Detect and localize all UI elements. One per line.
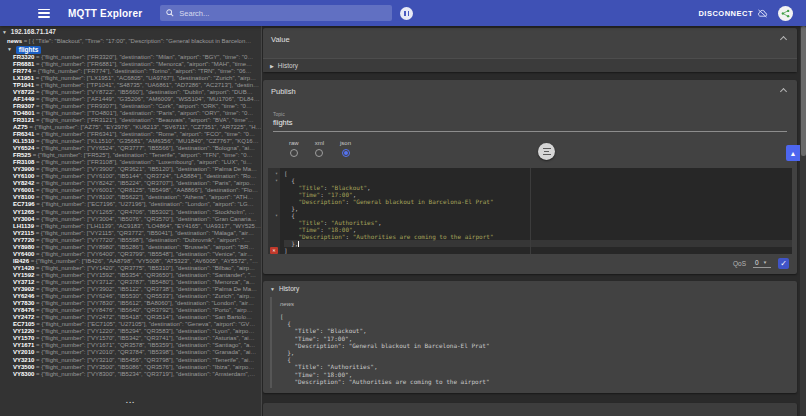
tree-node-VY3900[interactable]: VY3900 = {"flight_number": ["VY3900", "Q… [0,166,261,173]
text-cursor [298,241,299,247]
print-margin-line [530,168,531,254]
tree-node-VY2472[interactable]: VY2472 = {"flight_number": ["VY2472", "I… [0,314,261,321]
tree-node-VY3712[interactable]: VY3712 = {"flight_number": ["VY3712", "Q… [0,279,261,286]
tree-node-VY6246[interactable]: VY6246 = {"flight_number": ["VY6246", "I… [0,293,261,300]
tree-node-news[interactable]: news = [ { "Title": "Blackout", "Time": … [0,37,261,45]
editor-line[interactable]: }, [284,240,792,247]
qos-select[interactable]: 0 ▼ [753,259,771,268]
tree-node-FR3121[interactable]: FR3121 = {"flight_number": ["FR3121"], "… [0,117,261,124]
editor-line[interactable]: [ [284,170,792,177]
editor-code[interactable]: [ { "Title": "Blackout", "Time": "17:00"… [280,168,792,254]
tree-node-host[interactable]: ▼ 192.168.71.147 [0,28,261,37]
editor-line[interactable]: { [284,212,792,219]
tree-node-VY8100[interactable]: VY8100 = {"flight_number": ["VY8100", "I… [0,194,261,201]
topic-input[interactable]: flights [273,118,787,132]
tree-node-VY1570[interactable]: VY1570 = {"flight_number": ["VY1570", "I… [0,335,261,342]
tree-node-VY6400[interactable]: VY6400 = {"flight_number": ["VY6400", "Q… [0,251,261,258]
tree-node-VY1420[interactable]: VY1420 = {"flight_number": ["VY1420", "Q… [0,265,261,272]
payload-editor[interactable]: ▾▾▾✕ [ { "Title": "Blackout", "Time": "1… [268,168,792,254]
tree-node-VY1671[interactable]: VY1671 = {"flight_number": ["VY1671", "Q… [0,342,261,349]
tree-more-indicator: ... [0,396,261,405]
tree-node-VY7720[interactable]: VY7720 = {"flight_number": ["VY7720", "I… [0,237,261,244]
editor-line[interactable]: "Title": "Blackout", [284,184,792,191]
retain-checkbox[interactable]: ✓ [778,258,789,269]
tree-node-flights[interactable]: ▼ flights [0,45,261,54]
tree-node-AF1449[interactable]: AF1449 = {"flight_number": ["AF1449", "G… [0,96,261,103]
value-history-accordion[interactable]: ▶ History [263,58,797,72]
qos-label: QoS [733,260,746,267]
format-radio-raw[interactable]: raw [289,140,299,157]
value-panel-title: Value [263,28,797,44]
tree-node-EC7196[interactable]: EC7196 = {"flight_number": ["EC7196", "U… [0,201,261,208]
collapse-caret-icon[interactable]: ▼ [2,29,7,35]
editor-line[interactable]: "Description": "General blackout in Barc… [284,198,792,205]
editor-line[interactable]: "Time": "18:00", [284,226,792,233]
tree-node-FR9307[interactable]: FR9307 = {"flight_number": ["FR9307"], "… [0,103,261,110]
tree-node-VY3210[interactable]: VY3210 = {"flight_number": ["VY3210", "I… [0,357,261,364]
fold-arrow-icon: ▾ [268,177,280,184]
connection-status-avatar[interactable] [778,6,793,21]
tree-node-VY7830[interactable]: VY7830 = {"flight_number": ["VY7830", "I… [0,300,261,307]
tree-node-TO4801[interactable]: TO4801 = {"flight_number": ["TO4801"], "… [0,110,261,117]
tree-node-VY6524[interactable]: VY6524 = {"flight_number": ["VY6524", "Q… [0,145,261,152]
editor-line[interactable]: "Description": "Authorities are coming t… [284,233,792,240]
tree-node-FR6881[interactable]: FR6881 = {"flight_number": ["FR6881"], "… [0,61,261,68]
tree-node-FR774[interactable]: FR774 = {"flight_number": ["FR774"], "de… [0,68,261,75]
tree-node-VY8476[interactable]: VY8476 = {"flight_number": ["VY8476", "I… [0,307,261,314]
tree-node-VY6001[interactable]: VY6001 = {"flight_number": ["VY6001", "Q… [0,187,261,194]
format-radio-xml[interactable]: xml [315,140,324,157]
radio-circle-icon[interactable] [342,149,350,157]
collapse-caret-icon[interactable]: ▼ [7,46,12,52]
topic-tree: ▼ 192.168.71.147 news = [ { "Title": "Bl… [0,26,262,416]
menu-icon[interactable] [38,9,50,18]
tree-node-FR6341[interactable]: FR6341 = {"flight_number": ["FR6341"], "… [0,131,261,138]
history-header[interactable]: ▼ History [263,281,797,292]
tree-node-VY8722[interactable]: VY8722 = {"flight_number": ["VY8722", "I… [0,89,261,96]
qos-row: QoS 0 ▼ ✓ [733,258,789,269]
tree-node-LX1951[interactable]: LX1951 = {"flight_number": ["LX1951", "A… [0,75,261,82]
tree-node-FR3108[interactable]: FR3108 = {"flight_number": ["FR3108"], "… [0,159,261,166]
tree-node-FR3320[interactable]: FR3320 = {"flight_number": ["FR3320"], "… [0,54,261,61]
tree-node-VY3500[interactable]: VY3500 = {"flight_number": ["VY3500", "I… [0,364,261,371]
tree-node-VY8300[interactable]: VY8300 = {"flight_number": ["VY8300", "I… [0,371,261,378]
radio-circle-icon[interactable] [290,149,298,157]
tree-node-VY6100[interactable]: VY6100 = {"flight_number": ["VY6100", "I… [0,173,261,180]
editor-line[interactable]: ] [284,247,792,254]
format-radio-json[interactable]: json [340,140,351,157]
tree-node-KL1510[interactable]: KL1510 = {"flight_number": ["KL1510", "G… [0,138,261,145]
search-placeholder: Search... [179,9,209,18]
tree-node-LH1139[interactable]: LH1139 = {"flight_number": ["LH1139", "A… [0,223,261,230]
publish-send-button[interactable]: ▲ [786,145,800,161]
editor-line[interactable]: { [284,177,792,184]
editor-line[interactable]: "Title": "Authorities", [284,219,792,226]
pause-button[interactable] [400,7,413,20]
history-entry[interactable]: news [ { "Title": "Blackout", "Time": "1… [270,297,792,388]
search-input[interactable]: Search... [160,5,392,21]
tree-node-VY1220[interactable]: VY1220 = {"flight_number": ["VY1220", "I… [0,328,261,335]
editor-line[interactable]: }, [284,205,792,212]
radio-circle-icon[interactable] [315,149,323,157]
tree-node-VY3004[interactable]: VY3004 = {"flight_number": ["VY3004", "I… [0,216,261,223]
tree-node-TP1041[interactable]: TP1041 = {"flight_number": ["TP1041", "S… [0,82,261,89]
tree-node-VY1265[interactable]: VY1265 = {"flight_number": ["VY1265", "Q… [0,209,261,216]
tree-node-AZ75[interactable]: AZ75 = {"flight_number": ["AZ75", "EY297… [0,124,261,131]
tree-node-VY1592[interactable]: VY1592 = {"flight_number": ["VY1592", "I… [0,272,261,279]
history-entry-payload: [ { "Title": "Blackout", "Time": "17:00"… [280,313,792,385]
tree-node-VY2010[interactable]: VY2010 = {"flight_number": ["VY2010", "Q… [0,349,261,356]
dropdown-arrow-icon: ▼ [763,260,767,265]
editor-line[interactable]: "Time": "17:00", [284,191,792,198]
expand-arrow-icon: ▶ [270,63,274,69]
search-icon [166,9,174,17]
scrollbar-thumb[interactable] [801,26,806,156]
tree-node-VY3902[interactable]: VY3902 = {"flight_number": ["VY3902", "I… [0,286,261,293]
tree-node-VY8242[interactable]: VY8242 = {"flight_number": ["VY8242", "I… [0,180,261,187]
tree-node-IB426[interactable]: IB426 = {"flight_number": ["IB426", "AA8… [0,258,261,265]
qos-value: 0 [755,259,759,266]
tree-node-VY8980[interactable]: VY8980 = {"flight_number": ["VY8980", "I… [0,244,261,251]
tree-node-EC7105[interactable]: EC7105 = {"flight_number": ["EC7105", "U… [0,321,261,328]
tree-node-FR525[interactable]: FR525 = {"flight_number": ["FR525"], "de… [0,152,261,159]
vertical-scrollbar[interactable] [800,26,806,416]
format-json-button[interactable] [538,143,555,160]
disconnect-button[interactable]: DISCONNECT [698,9,768,18]
tree-node-VY2115[interactable]: VY2115 = {"flight_number": ["VY2115", "Q… [0,230,261,237]
